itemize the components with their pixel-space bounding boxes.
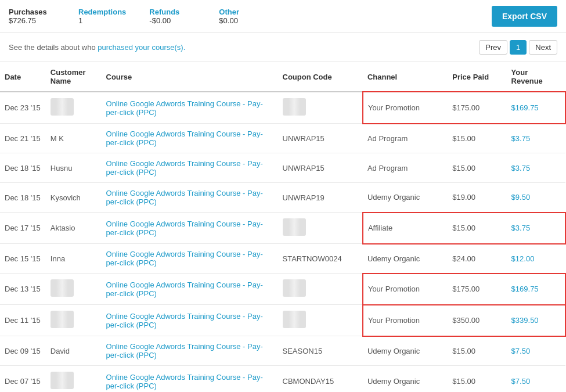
cell-date: Dec 07 '15: [0, 366, 46, 393]
cell-customer: [46, 274, 102, 305]
cell-price: $24.00: [448, 244, 506, 274]
cell-price: $15.00: [448, 124, 506, 153]
header-customer: Customer Name: [46, 62, 102, 92]
header-revenue: Your Revenue: [507, 62, 565, 92]
redemptions-label: Redemptions: [78, 8, 126, 16]
avatar: [51, 372, 74, 389]
cell-channel: Your Promotion: [363, 274, 448, 305]
other-stat: Other $0.00: [219, 8, 265, 25]
stats-bar: Purchases $726.75 Redemptions 1 Refunds …: [0, 0, 566, 33]
cell-revenue: $9.50: [507, 183, 565, 213]
redemptions-value: 1: [78, 16, 126, 25]
cell-revenue: $3.75: [507, 153, 565, 183]
cell-customer: Inna: [46, 244, 102, 274]
avatar: [51, 311, 74, 328]
cell-coupon: CBMONDAY15: [278, 366, 363, 393]
cell-channel: Udemy Organic: [363, 366, 448, 393]
table-row: Dec 13 '15Online Google Adwords Training…: [0, 274, 565, 305]
refunds-stat: Refunds -$0.00: [149, 8, 196, 25]
info-bar: See the details about who purchased your…: [0, 33, 566, 62]
coupon-avatar: [283, 311, 306, 328]
cell-price: $350.00: [448, 305, 506, 336]
cell-date: Dec 23 '15: [0, 92, 46, 124]
cell-coupon: STARTNOW0024: [278, 244, 363, 274]
cell-date: Dec 17 '15: [0, 213, 46, 244]
cell-course: Online Google Adwords Training Course - …: [102, 124, 278, 153]
cell-date: Dec 15 '15: [0, 244, 46, 274]
header-price: Price Paid: [448, 62, 506, 92]
cell-channel: Affiliate: [363, 213, 448, 244]
coupon-avatar: [283, 279, 306, 297]
cell-price: $15.00: [448, 336, 506, 366]
cell-price: $175.00: [448, 92, 506, 124]
table-row: Dec 11 '15Online Google Adwords Training…: [0, 305, 565, 336]
table-row: Dec 15 '15InnaOnline Google Adwords Trai…: [0, 244, 565, 274]
cell-customer: Kysovich: [46, 183, 102, 213]
cell-coupon: [278, 305, 363, 336]
cell-date: Dec 11 '15: [0, 305, 46, 336]
purchased-link[interactable]: purchased your course(s).: [98, 43, 185, 52]
cell-date: Dec 18 '15: [0, 183, 46, 213]
purchases-table: Date Customer Name Course Coupon Code Ch…: [0, 62, 566, 392]
cell-revenue: $7.50: [507, 336, 565, 366]
cell-price: $15.00: [448, 153, 506, 183]
cell-channel: Udemy Organic: [363, 244, 448, 274]
export-csv-button[interactable]: Export CSV: [492, 6, 557, 27]
refunds-value: -$0.00: [149, 16, 196, 25]
redemptions-stat: Redemptions 1: [78, 8, 126, 25]
cell-date: Dec 21 '15: [0, 124, 46, 153]
cell-course: Online Google Adwords Training Course - …: [102, 244, 278, 274]
coupon-avatar: [283, 98, 306, 116]
cell-price: $19.00: [448, 183, 506, 213]
pagination: Prev 1 Next: [479, 40, 557, 55]
cell-revenue: $3.75: [507, 213, 565, 244]
purchases-value: $726.75: [9, 16, 55, 25]
cell-channel: Your Promotion: [363, 92, 448, 124]
header-date: Date: [0, 62, 46, 92]
cell-date: Dec 18 '15: [0, 153, 46, 183]
cell-channel: Ad Program: [363, 153, 448, 183]
cell-revenue: $339.50: [507, 305, 565, 336]
prev-button[interactable]: Prev: [479, 40, 507, 55]
table-row: Dec 21 '15M KOnline Google Adwords Train…: [0, 124, 565, 153]
cell-course: Online Google Adwords Training Course - …: [102, 274, 278, 305]
cell-revenue: $7.50: [507, 366, 565, 393]
cell-revenue: $169.75: [507, 274, 565, 305]
table-row: Dec 23 '15Online Google Adwords Training…: [0, 92, 565, 124]
cell-course: Online Google Adwords Training Course - …: [102, 213, 278, 244]
header-course: Course: [102, 62, 278, 92]
info-text: See the details about who purchased your…: [9, 43, 185, 52]
cell-coupon: [278, 213, 363, 244]
other-label: Other: [219, 8, 265, 16]
cell-customer: [46, 305, 102, 336]
purchases-stat: Purchases $726.75: [9, 8, 55, 25]
table-row: Dec 07 '15Online Google Adwords Training…: [0, 366, 565, 393]
avatar: [51, 98, 74, 116]
cell-customer: Aktasio: [46, 213, 102, 244]
cell-course: Online Google Adwords Training Course - …: [102, 183, 278, 213]
cell-coupon: UNWRAP19: [278, 183, 363, 213]
refunds-label: Refunds: [149, 8, 196, 16]
next-button[interactable]: Next: [529, 40, 557, 55]
cell-revenue: $12.00: [507, 244, 565, 274]
current-page: 1: [510, 40, 527, 55]
cell-coupon: [278, 274, 363, 305]
cell-coupon: SEASON15: [278, 336, 363, 366]
table-row: Dec 18 '15KysovichOnline Google Adwords …: [0, 183, 565, 213]
cell-price: $175.00: [448, 274, 506, 305]
cell-channel: Udemy Organic: [363, 183, 448, 213]
header-channel: Channel: [363, 62, 448, 92]
cell-customer: [46, 92, 102, 124]
cell-channel: Ad Program: [363, 124, 448, 153]
cell-coupon: [278, 92, 363, 124]
cell-channel: Udemy Organic: [363, 336, 448, 366]
cell-course: Online Google Adwords Training Course - …: [102, 366, 278, 393]
table-row: Dec 09 '15DavidOnline Google Adwords Tra…: [0, 336, 565, 366]
cell-coupon: UNWRAP15: [278, 153, 363, 183]
cell-coupon: UNWRAP15: [278, 124, 363, 153]
cell-course: Online Google Adwords Training Course - …: [102, 336, 278, 366]
cell-date: Dec 13 '15: [0, 274, 46, 305]
cell-customer: Husnu: [46, 153, 102, 183]
cell-course: Online Google Adwords Training Course - …: [102, 92, 278, 124]
table-row: Dec 18 '15HusnuOnline Google Adwords Tra…: [0, 153, 565, 183]
